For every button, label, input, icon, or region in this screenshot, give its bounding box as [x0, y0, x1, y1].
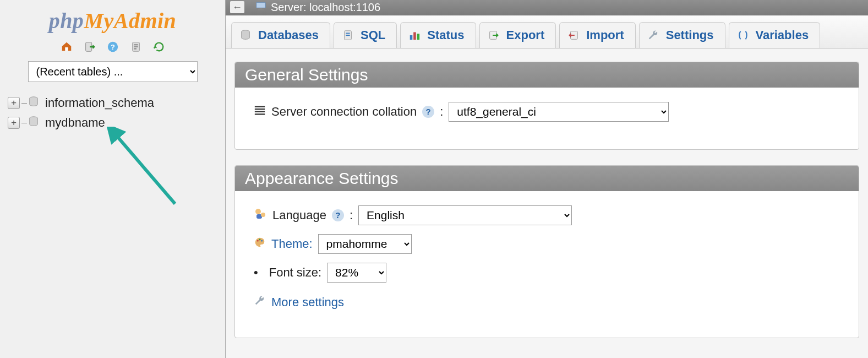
db-tree-item[interactable]: + mydbname — [8, 113, 225, 133]
export-icon — [488, 29, 500, 41]
tree-connector — [21, 103, 27, 104]
database-tree: + information_schema + mydbname — [0, 93, 225, 133]
theme-row: Theme: pmahomme — [254, 234, 840, 254]
tab-settings[interactable]: Settings — [639, 22, 725, 48]
logo-part-php: php — [49, 8, 84, 33]
collation-label: Server connection collation — [271, 105, 417, 119]
sql-icon[interactable] — [128, 40, 144, 53]
tab-import[interactable]: Import — [559, 22, 635, 48]
tab-label: SQL — [361, 28, 385, 42]
svg-rect-13 — [410, 35, 413, 40]
tab-export[interactable]: Export — [479, 22, 556, 48]
db-name: mydbname — [45, 116, 105, 130]
server-label: Server: localhost:1106 — [271, 1, 380, 14]
svg-line-7 — [114, 133, 175, 204]
svg-rect-8 — [256, 2, 266, 8]
tabbar: Databases SQL Status Export — [226, 15, 868, 48]
logo: phpMyAdmin — [0, 0, 225, 34]
lines-icon — [254, 105, 266, 119]
svg-rect-0 — [65, 47, 68, 51]
tab-label: Settings — [666, 28, 714, 42]
sql-icon — [342, 29, 354, 41]
svg-point-22 — [259, 238, 261, 240]
svg-text:?: ? — [111, 43, 115, 51]
tab-label: Variables — [756, 28, 809, 42]
database-icon — [28, 96, 40, 111]
import-icon — [567, 29, 580, 41]
status-icon — [408, 29, 421, 41]
logo-part-admin: Admin — [114, 8, 177, 33]
panel-title: General Settings — [235, 62, 859, 88]
variables-icon — [737, 29, 749, 41]
tab-label: Export — [506, 28, 545, 42]
language-icon — [254, 207, 267, 224]
language-label: Language — [272, 208, 326, 223]
colon: : — [350, 208, 353, 223]
logout-icon[interactable] — [82, 40, 97, 53]
wrench-icon — [254, 295, 266, 310]
more-settings-row: More settings — [254, 295, 840, 310]
tab-label: Import — [586, 28, 624, 42]
home-icon[interactable] — [59, 40, 74, 53]
svg-point-20 — [261, 213, 265, 217]
database-icon — [239, 29, 252, 41]
tab-databases[interactable]: Databases — [231, 22, 330, 48]
svg-rect-10 — [258, 9, 264, 10]
language-row: Language ? : English — [254, 205, 840, 225]
fontsize-select[interactable]: 82% — [327, 263, 386, 283]
panel-appearance-settings: Appearance Settings Language ? : English — [234, 165, 859, 338]
colon: : — [440, 105, 443, 119]
svg-point-23 — [261, 240, 263, 241]
tab-variables[interactable]: Variables — [729, 22, 821, 48]
db-tree-item[interactable]: + information_schema — [8, 93, 225, 113]
svg-point-21 — [257, 240, 259, 241]
recent-tables-select[interactable]: (Recent tables) ... — [28, 61, 198, 82]
content: General Settings Server connection colla… — [226, 48, 868, 358]
tab-status[interactable]: Status — [400, 22, 476, 48]
server-icon — [255, 1, 266, 14]
more-settings-link[interactable]: More settings — [271, 295, 344, 310]
tab-sql[interactable]: SQL — [334, 22, 397, 48]
refresh-icon[interactable] — [151, 40, 167, 53]
logo-part-my: My — [84, 8, 113, 33]
svg-rect-9 — [260, 8, 263, 9]
tab-label: Status — [427, 28, 464, 42]
sidebar-toolbar: ? — [0, 40, 225, 53]
theme-label[interactable]: Theme: — [271, 237, 313, 251]
panel-title: Appearance Settings — [235, 166, 859, 191]
theme-select[interactable]: pmahomme — [318, 234, 412, 254]
help-icon[interactable]: ? — [332, 209, 344, 221]
panel-general-settings: General Settings Server connection colla… — [234, 62, 859, 150]
fontsize-row: Font size: 82% — [254, 263, 840, 283]
database-icon — [28, 116, 40, 131]
collation-row: Server connection collation ? : utf8_gen… — [254, 102, 840, 122]
tree-connector — [21, 123, 27, 123]
expand-icon[interactable]: + — [8, 97, 20, 109]
topbar: ← Server: localhost:1106 — [226, 0, 868, 15]
svg-point-18 — [255, 209, 261, 214]
annotation-arrow — [103, 127, 192, 220]
svg-rect-14 — [413, 32, 416, 40]
help-icon[interactable]: ? — [422, 106, 434, 118]
palette-icon — [254, 236, 266, 252]
sidebar: phpMyAdmin ? (Recent tables) ... — [0, 0, 226, 358]
fontsize-label: Font size: — [269, 265, 321, 280]
db-name: information_schema — [45, 96, 154, 110]
svg-rect-15 — [417, 34, 420, 40]
back-icon[interactable]: ← — [230, 1, 244, 13]
collation-select[interactable]: utf8_general_ci — [449, 102, 669, 122]
help-icon[interactable]: ? — [105, 40, 121, 53]
tab-label: Databases — [258, 28, 319, 42]
language-select[interactable]: English — [358, 205, 572, 225]
main: ← Server: localhost:1106 Databases SQL — [226, 0, 868, 358]
wrench-icon — [647, 29, 659, 41]
expand-icon[interactable]: + — [8, 117, 20, 129]
